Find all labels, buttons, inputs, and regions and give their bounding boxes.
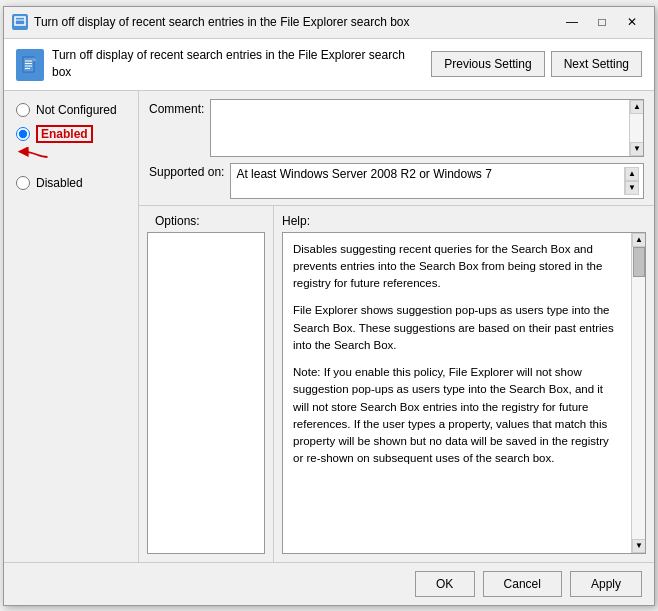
window-title: Turn off display of recent search entrie… (34, 15, 558, 29)
not-configured-radio[interactable] (16, 103, 30, 117)
header-bar: Turn off display of recent search entrie… (4, 39, 654, 91)
arrow-icon (16, 147, 52, 167)
comment-scrollbar[interactable]: ▲ ▼ (629, 100, 643, 156)
help-col: Help: Disables suggesting recent queries… (274, 206, 654, 562)
help-content: Disables suggesting recent queries for t… (282, 232, 646, 554)
header-buttons: Previous Setting Next Setting (431, 51, 642, 77)
header-title: Turn off display of recent search entrie… (52, 47, 419, 81)
help-text-area: Disables suggesting recent queries for t… (283, 233, 631, 553)
arrow-indicator (16, 147, 52, 170)
comment-right: Comment: ▲ ▼ (139, 91, 654, 205)
help-scroll-track (632, 247, 645, 539)
disabled-item[interactable]: Disabled (12, 174, 130, 192)
comment-textarea[interactable] (211, 100, 629, 156)
disabled-label: Disabled (36, 176, 83, 190)
supported-value-col: At least Windows Server 2008 R2 or Windo… (230, 163, 644, 199)
left-panel: Not Configured Enabled (4, 91, 139, 562)
supported-scrollbar: ▲ ▼ (624, 167, 638, 195)
svg-rect-0 (15, 17, 25, 25)
comment-input-col: ▲ ▼ (210, 99, 644, 157)
not-configured-label: Not Configured (36, 103, 117, 117)
svg-rect-2 (23, 57, 34, 72)
supported-label-col: Supported on: (149, 163, 230, 179)
not-configured-item[interactable]: Not Configured (12, 101, 130, 119)
main-window: Turn off display of recent search entrie… (3, 6, 655, 606)
prev-setting-button[interactable]: Previous Setting (431, 51, 544, 77)
comment-scroll-up[interactable]: ▲ (630, 100, 644, 114)
options-header: Options: (147, 210, 265, 232)
comment-scroll-down[interactable]: ▼ (630, 142, 644, 156)
footer: OK Cancel Apply (4, 562, 654, 605)
help-scroll-down[interactable]: ▼ (632, 539, 645, 553)
svg-marker-8 (33, 57, 37, 61)
comment-scroll-track (630, 114, 643, 142)
next-setting-button[interactable]: Next Setting (551, 51, 642, 77)
title-bar: Turn off display of recent search entrie… (4, 7, 654, 39)
window-icon (12, 14, 28, 30)
help-header: Help: (282, 210, 646, 232)
apply-button[interactable]: Apply (570, 571, 642, 597)
help-scroll-up[interactable]: ▲ (632, 233, 645, 247)
enabled-box: Enabled (36, 125, 93, 143)
help-paragraph: Disables suggesting recent queries for t… (293, 241, 621, 293)
comment-row: Comment: ▲ ▼ (149, 99, 644, 157)
close-button[interactable]: ✕ (618, 11, 646, 33)
enabled-radio[interactable] (16, 127, 30, 141)
header-info: Turn off display of recent search entrie… (16, 47, 419, 81)
help-paragraph: File Explorer shows suggestion pop-ups a… (293, 302, 621, 354)
window-controls: — □ ✕ (558, 11, 646, 33)
help-inner: Disables suggesting recent queries for t… (283, 233, 645, 553)
content-area: Not Configured Enabled (4, 91, 654, 562)
supported-scroll-up[interactable]: ▲ (625, 167, 639, 181)
full-right: Comment: ▲ ▼ (139, 91, 654, 562)
enabled-label: Enabled (36, 125, 93, 143)
comment-label-col: Comment: (149, 99, 210, 116)
cancel-button[interactable]: Cancel (483, 571, 562, 597)
supported-scroll-down[interactable]: ▼ (625, 181, 639, 195)
options-box (147, 232, 265, 554)
ok-button[interactable]: OK (415, 571, 475, 597)
enabled-item[interactable]: Enabled (12, 123, 97, 145)
supported-value: At least Windows Server 2008 R2 or Windo… (236, 167, 624, 195)
header-doc-icon (16, 49, 44, 81)
help-scroll-thumb (633, 247, 645, 277)
help-paragraph: Note: If you enable this policy, File Ex… (293, 364, 621, 468)
options-col: Options: (139, 206, 274, 562)
supported-label: Supported on: (149, 165, 224, 179)
comment-label: Comment: (149, 102, 204, 116)
lower-section: Options: Help: Disables suggesting recen… (139, 206, 654, 562)
maximize-button[interactable]: □ (588, 11, 616, 33)
minimize-button[interactable]: — (558, 11, 586, 33)
help-scrollbar[interactable]: ▲ ▼ (631, 233, 645, 553)
upper-section: Comment: ▲ ▼ (139, 91, 654, 206)
supported-row: Supported on: At least Windows Server 20… (149, 163, 644, 199)
disabled-radio[interactable] (16, 176, 30, 190)
